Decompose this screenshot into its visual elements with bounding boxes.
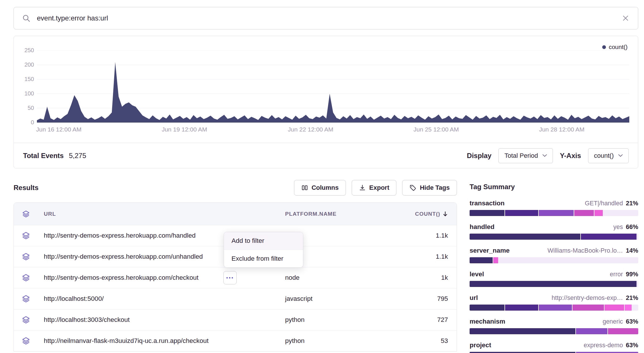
table-row[interactable]: http://neilmanvar-flask-m3uuizd7iq-uc.a.… <box>14 330 457 351</box>
tag-bar-segment[interactable] <box>539 210 574 216</box>
hide-tags-button-label: Hide Tags <box>420 184 450 191</box>
tag-top-percentage: 14% <box>626 247 638 254</box>
y-axis-tick: 200 <box>25 61 34 68</box>
legend-label: count() <box>609 44 628 50</box>
tag-summary-item-transaction: transactionGET|/handled21% <box>470 200 638 216</box>
tag-name: url <box>470 294 478 302</box>
chart-x-axis: Jun 16 12:00 AMJun 19 12:00 AMJun 22 12:… <box>37 123 629 143</box>
search-input[interactable] <box>37 14 622 22</box>
tag-bar-segment[interactable] <box>625 305 631 311</box>
platform-value: node <box>285 274 395 281</box>
x-axis-tick: Jun 28 12:00 AM <box>539 126 585 133</box>
tag-distribution-bar <box>470 281 638 287</box>
layers-icon <box>22 337 30 345</box>
url-value: http://localhost:5000/ <box>44 295 104 303</box>
menu-item-add-to-filter[interactable]: Add to filter <box>224 232 303 250</box>
tag-bar-segment[interactable] <box>470 281 637 287</box>
chart-plot-area[interactable] <box>37 50 629 123</box>
legend-dot-icon <box>602 45 606 49</box>
tag-name: level <box>470 271 484 278</box>
menu-item-exclude-from-filter[interactable]: Exclude from filter <box>224 250 303 267</box>
column-header-url[interactable]: URL <box>38 211 285 217</box>
export-button-label: Export <box>369 184 389 191</box>
y-axis-tick: 250 <box>25 47 34 54</box>
tag-top-percentage: 63% <box>626 318 638 325</box>
tag-bar-segment[interactable] <box>505 210 539 216</box>
hide-tags-button[interactable]: Hide Tags <box>402 180 457 196</box>
platform-value: javascript <box>285 295 395 303</box>
x-axis-tick: Jun 16 12:00 AM <box>36 126 82 133</box>
table-row[interactable]: http://localhost:5000/javascript795 <box>14 288 457 309</box>
area-chart <box>37 50 629 123</box>
layers-icon <box>22 294 30 303</box>
column-header-platform[interactable]: PLATFORM.NAME <box>285 211 395 217</box>
tag-bar-segment[interactable] <box>493 257 498 263</box>
yaxis-label: Y-Axis <box>560 152 581 160</box>
tag-top-percentage: 21% <box>626 200 638 207</box>
ellipsis-icon: ⋯ <box>226 274 234 282</box>
search-bar[interactable] <box>14 7 638 29</box>
tag-bar-segment[interactable] <box>605 305 625 311</box>
count-value: 1k <box>395 274 457 281</box>
export-icon <box>359 184 366 191</box>
chart-y-axis: 050100150200250 <box>18 50 37 123</box>
tag-bar-segment[interactable] <box>505 305 539 311</box>
display-dropdown[interactable]: Total Period <box>498 148 553 163</box>
tag-summary-heading: Tag Summary <box>470 183 638 191</box>
count-value: 53 <box>395 337 457 345</box>
tag-top-percentage: 66% <box>626 224 638 231</box>
layers-icon <box>22 231 30 240</box>
tag-top-percentage: 99% <box>626 271 638 278</box>
tag-bar-segment[interactable] <box>470 352 576 353</box>
tag-bar-segment[interactable] <box>608 328 638 334</box>
tag-bar-segment[interactable] <box>470 210 505 216</box>
tag-top-value: http://sentry-demos-exp… <box>552 294 623 302</box>
tag-bar-segment[interactable] <box>581 234 637 240</box>
platform-value: python <box>285 316 395 324</box>
column-header-count[interactable]: COUNT() <box>395 211 457 217</box>
display-dropdown-value: Total Period <box>504 152 538 159</box>
table-row[interactable]: http://localhost:3003/checkoutpython727 <box>14 309 457 330</box>
tag-bar-segment[interactable] <box>574 210 594 216</box>
events-chart: 050100150200250 Jun 16 12:00 AMJun 19 12… <box>18 49 629 143</box>
tag-name: server_name <box>470 247 510 254</box>
tag-name: handled <box>470 223 494 231</box>
total-events-value: 5,275 <box>69 152 86 160</box>
url-value: http://sentry-demos-express.herokuapp.co… <box>44 253 203 260</box>
results-table: URL PLATFORM.NAME COUNT() http://sentry-… <box>14 202 457 352</box>
tag-icon <box>409 184 416 191</box>
columns-button-label: Columns <box>312 184 339 191</box>
tag-bar-segment[interactable] <box>594 210 603 216</box>
table-row[interactable]: http://sentry-demos-express.herokuapp.co… <box>14 267 457 288</box>
discover-page: count() 050100150200250 Jun 16 12:00 AMJ… <box>0 0 644 353</box>
tag-name: transaction <box>470 200 504 207</box>
chart-legend[interactable]: count() <box>602 44 628 50</box>
tag-bar-segment[interactable] <box>573 305 605 311</box>
clear-search-icon[interactable] <box>622 14 629 22</box>
y-axis-tick: 150 <box>25 76 34 82</box>
tag-bar-segment[interactable] <box>539 305 573 311</box>
tag-bar-segment[interactable] <box>576 352 638 353</box>
url-value: http://neilmanvar-flask-m3uuizd7iq-uc.a.… <box>44 337 209 345</box>
yaxis-dropdown[interactable]: count() <box>588 148 629 163</box>
tag-bar-segment[interactable] <box>576 328 608 334</box>
export-button[interactable]: Export <box>352 180 397 196</box>
chart-footer: Total Events 5,275 Display Total Period … <box>14 143 638 168</box>
tag-distribution-bar <box>470 328 638 334</box>
tag-bar-segment[interactable] <box>470 305 505 311</box>
y-axis-tick: 100 <box>25 90 34 97</box>
tag-top-percentage: 21% <box>626 294 638 302</box>
tag-top-value: error <box>610 271 623 278</box>
tag-top-value: generic <box>602 318 623 325</box>
count-value: 727 <box>395 316 457 324</box>
tag-bar-segment[interactable] <box>470 234 581 240</box>
columns-button[interactable]: Columns <box>294 180 346 196</box>
layers-icon <box>22 316 30 324</box>
tag-summary-item-handled: handledyes66% <box>470 223 638 240</box>
tag-summary-item-url: urlhttp://sentry-demos-exp…21% <box>470 294 638 311</box>
tag-bar-segment[interactable] <box>470 328 576 334</box>
tag-bar-segment[interactable] <box>470 257 493 263</box>
tag-distribution-bar <box>470 234 638 240</box>
row-actions-button[interactable]: ⋯ <box>223 271 237 284</box>
url-value: http://sentry-demos-express.herokuapp.co… <box>44 232 196 239</box>
